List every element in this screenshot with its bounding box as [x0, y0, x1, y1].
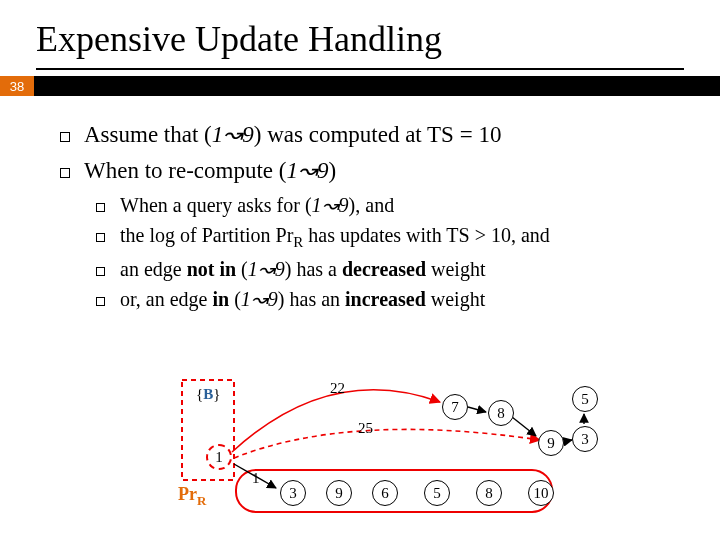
edge-label: 1 — [252, 470, 260, 487]
graph-node-n8: 8 — [488, 400, 514, 426]
bullet-mark — [96, 192, 120, 218]
graph-node-6: 6 — [372, 480, 398, 506]
bullet-mark — [60, 156, 84, 186]
edge-label: 25 — [358, 420, 373, 437]
svg-line-2 — [468, 407, 486, 412]
graph-node-n5: 5 — [572, 386, 598, 412]
graph-node-n3: 3 — [572, 426, 598, 452]
bullet-mark — [96, 286, 120, 312]
edge-label: 22 — [330, 380, 345, 397]
bullet-l2: or, an edge in (1↝9) has an increased we… — [96, 286, 680, 312]
bullet-text: When a query asks for (1↝9), and — [120, 192, 394, 218]
bullet-text: the log of Partition PrR has updates wit… — [120, 222, 550, 253]
bullet-text: or, an edge in (1↝9) has an increased we… — [120, 286, 485, 312]
bullet-list-l2: When a query asks for (1↝9), andthe log … — [60, 192, 680, 313]
page-bar-fill — [34, 76, 720, 96]
bullet-l2: the log of Partition PrR has updates wit… — [96, 222, 680, 253]
bullet-text: When to re-compute (1↝9) — [84, 156, 336, 186]
page-bar: 38 — [0, 76, 720, 96]
slide: Expensive Update Handling 38 Assume that… — [0, 0, 720, 540]
bullet-l1: When to re-compute (1↝9) — [60, 156, 680, 186]
graph-node-5: 5 — [424, 480, 450, 506]
bullet-mark — [96, 222, 120, 253]
bullet-text: Assume that (1↝9) was computed at TS = 1… — [84, 120, 501, 150]
title-underline — [36, 68, 684, 70]
bullet-l2: When a query asks for (1↝9), and — [96, 192, 680, 218]
bullet-mark — [96, 256, 120, 282]
graph-figure: {B} PrR — [140, 372, 580, 522]
page-number: 38 — [0, 76, 34, 96]
graph-node-n9: 9 — [538, 430, 564, 456]
bullet-list-l1: Assume that (1↝9) was computed at TS = 1… — [60, 120, 680, 186]
svg-line-3 — [512, 417, 536, 436]
bullet-mark — [60, 120, 84, 150]
graph-node-7: 7 — [442, 394, 468, 420]
graph-edges — [140, 372, 580, 522]
bullet-text: an edge not in (1↝9) has a decreased wei… — [120, 256, 485, 282]
content-area: Assume that (1↝9) was computed at TS = 1… — [0, 96, 720, 312]
bullet-l2: an edge not in (1↝9) has a decreased wei… — [96, 256, 680, 282]
graph-node-8: 8 — [476, 480, 502, 506]
slide-title: Expensive Update Handling — [0, 0, 720, 68]
graph-node-3: 3 — [280, 480, 306, 506]
graph-node-10: 10 — [528, 480, 554, 506]
graph-node-1: 1 — [206, 444, 232, 470]
bullet-l1: Assume that (1↝9) was computed at TS = 1… — [60, 120, 680, 150]
graph-node-9: 9 — [326, 480, 352, 506]
